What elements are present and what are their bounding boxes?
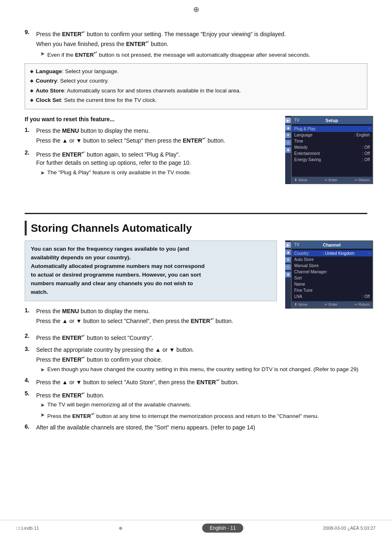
note-arrow-icon4: ➤ [40, 401, 45, 409]
storing-step-2-content: Press the ENTER↵ button to select "Count… [36, 332, 367, 342]
sidebar-icon-3: ✿ [285, 132, 291, 138]
top-compass-icon: ⊕ [193, 5, 199, 14]
tv-country-value: : United Kingdom [323, 251, 355, 256]
storing-step-5-note1: ➤ The TV will begin memorizing all of th… [40, 401, 367, 409]
tv-manualstore-label: Manual Store [294, 263, 318, 268]
tv-plugplay-label: Plug & Play [294, 127, 316, 131]
tv-move-label: ⬆ Move [294, 178, 307, 182]
storing-step-6-content: After all the available channels are sto… [36, 423, 367, 432]
tv-setup-body: Plug & Play › Language : English Time [292, 124, 372, 177]
storing-step-1: 1. Press the MENU button to display the … [25, 307, 277, 325]
tv-setup-footer: ⬆ Move ↵ Enter ↩ Return [292, 177, 372, 183]
info-item-country: ◆ Country: Select your country. [30, 76, 362, 85]
storing-step-5-note2-text: Press the ENTER↵ button at any time to i… [47, 411, 319, 420]
tv-row-energysaving: Energy Saving : Off [292, 157, 372, 163]
reset-step-2-note: ➤ The "Plug & Play" feature is only avai… [40, 169, 277, 177]
tv-sidebar: ▶ ◉ ✿ ◻ ▦ [285, 116, 291, 184]
reset-step-2-line2: For further details on setting up option… [36, 159, 277, 167]
bullet-icon: ◆ [30, 87, 33, 95]
tv-row-sort: Sort [292, 275, 372, 281]
tv-return-label: ↩ Return [355, 178, 370, 182]
tv-language-value: : English [354, 133, 370, 137]
tv-melody-label: Melody [294, 145, 307, 150]
tv-energysaving-label: Energy Saving [294, 157, 321, 162]
reset-heading: If you want to reset this feature... [25, 116, 277, 122]
ch-sidebar-icon-3: ✿ [285, 257, 291, 263]
highlight-line4: to actual or desired programme numbers. … [31, 271, 271, 279]
reset-step-2-content: Press the ENTER↵ button again, to select… [36, 149, 277, 177]
storing-step-1-line2: Press the ▲ or ▼ button to select "Chann… [36, 316, 277, 325]
tv-energysaving-value: : Off [362, 157, 370, 162]
tv-channel-label: TV [294, 242, 300, 247]
tv-label: TV [294, 118, 300, 123]
reset-section-wrapper: If you want to reset this feature... 1. … [25, 116, 367, 184]
bullet-icon: ◆ [30, 77, 33, 85]
step-9-enter2: ENTER [126, 40, 145, 47]
tv-channel-title: Channel [323, 242, 341, 247]
page-number-badge: English - 11 [202, 524, 243, 533]
storing-step-5-num: 5. [25, 390, 36, 397]
info-item-autostore-text: Auto Store: Automatically scans for and … [36, 86, 241, 95]
tv-setup-title: Setup [325, 118, 338, 123]
tv-row-plugplay: Plug & Play › [292, 126, 372, 132]
info-box: ◆ Language: Select your language. ◆ Coun… [25, 63, 367, 109]
highlight-line1: You can scan for the frequency ranges av… [31, 245, 271, 254]
step-9-number: 9. [25, 29, 36, 35]
note-arrow-icon: ➤ [40, 50, 45, 58]
ch-sidebar-icon-5: ▦ [285, 272, 291, 277]
tv-finetune-label: Fine Tune [294, 288, 312, 293]
reset-step-1-line2: Press the ▲ or ▼ button to select "Setup… [36, 135, 277, 145]
tv-channel-screen-wrapper: ▶ ◉ ✿ ◻ ▦ TV Channel [285, 240, 367, 309]
sidebar-icon-1: ▶ [285, 118, 291, 123]
step-9-note: ➤ Even if the ENTER↵ button is not press… [40, 50, 367, 59]
storing-step-5: 5. Press the ENTER↵ button. ➤ The TV wil… [25, 390, 367, 420]
storing-step-1-content: Press the MENU button to display the men… [36, 307, 277, 325]
tv-channel-main: TV Channel Country : United Kingdom › [291, 240, 373, 309]
section-9: 9. Press the ENTER↵ button to confirm yo… [25, 29, 367, 59]
tv-country-label: Country [294, 251, 309, 256]
page-footer: □□i.indb 11 ⊕ English - 11 2008-03-03 ¿À… [0, 520, 392, 533]
tv-time-label: Time [294, 139, 303, 143]
tv-row-finetune: Fine Tune [292, 287, 372, 293]
highlight-line3: Automatically allocated programme number… [31, 262, 271, 271]
ch-sidebar-icon-4: ◻ [285, 264, 291, 270]
storing-step-5-note1-text: The TV will begin memorizing all of the … [47, 401, 191, 409]
tv-channel-header: TV Channel [292, 241, 372, 249]
note-arrow-icon3: ➤ [40, 366, 45, 374]
ch-move-label: ⬆ Move [294, 302, 307, 307]
info-item-clockset-text: Clock Set: Sets the current time for the… [36, 96, 157, 105]
bullet-icon: ◆ [30, 97, 33, 104]
tv-channel-body: Country : United Kingdom › Auto Store Ma… [292, 249, 372, 301]
title-bar-line [25, 221, 27, 235]
storing-section-title: Storing Channels Automatically [31, 222, 192, 235]
highlight-line2: availability depends on your country). [31, 254, 271, 262]
storing-step-4-num: 4. [25, 377, 36, 383]
reset-step-2-num: 2. [25, 149, 36, 156]
tv-row-chanmgr: Channel Manager [292, 269, 372, 275]
step-9-note-text: Even if the ENTER↵ button is not pressed… [47, 50, 310, 59]
ch-enter-label: ↵ Enter [325, 302, 338, 307]
storing-step-6: 6. After all the available channels are … [25, 423, 367, 432]
storing-step-4-content: Press the ▲ or ▼ button to select "Auto … [36, 377, 367, 387]
tv-row-language: Language : English [292, 132, 372, 138]
info-item-country-text: Country: Select your country. [36, 76, 109, 85]
tv-lna-label: LNA [294, 294, 302, 299]
reset-step-2-line1: Press the ENTER↵ button again, to select… [36, 149, 277, 159]
tv-row-entertainment: Entertainment : Off [292, 150, 372, 157]
page: ⊕ 9. Press the ENTER↵ button to confirm … [0, 0, 392, 540]
sidebar-icon-5: ▦ [285, 147, 291, 153]
ch-sidebar-icon-1: ▶ [285, 242, 291, 248]
storing-step-2-num: 2. [25, 332, 36, 339]
tv-wrapper: ▶ ◉ ✿ ◻ ▦ TV Setup [285, 116, 367, 184]
tv-autostore-label: Auto Store [294, 257, 314, 262]
tv-plugplay-arrow: › [369, 127, 370, 131]
storing-section-left: You can scan for the frequency ranges av… [25, 240, 277, 328]
storing-highlight-box: You can scan for the frequency ranges av… [25, 240, 277, 301]
storing-step-1-num: 1. [25, 307, 36, 314]
storing-step-3-content: Select the appropriate country by pressi… [36, 346, 367, 374]
tv-screen-channel: TV Channel Country : United Kingdom › [291, 240, 373, 309]
storing-step-3-line2: Press the ENTER↵ button to confirm your … [36, 354, 367, 364]
tv-chanmgr-label: Channel Manager [294, 270, 327, 274]
tv-channel-wrapper: ▶ ◉ ✿ ◻ ▦ TV Channel [285, 240, 367, 309]
storing-step-5-note2: ➤ Press the ENTER↵ button at any time to… [40, 411, 367, 420]
